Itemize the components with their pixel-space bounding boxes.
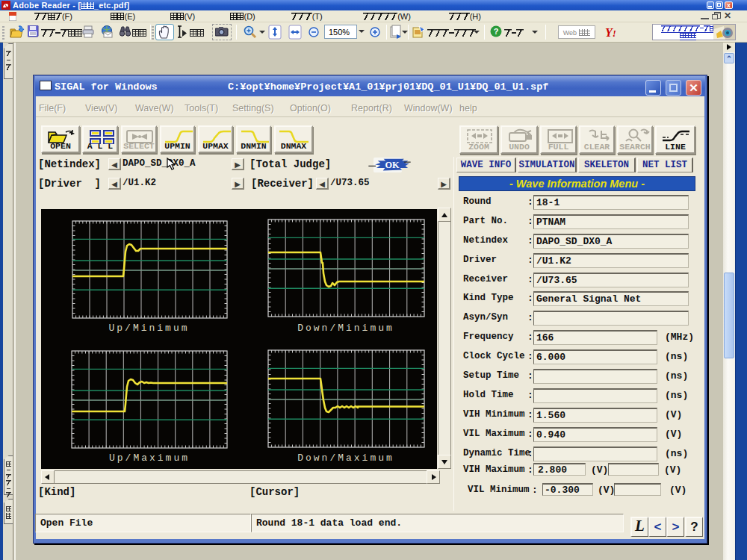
svg-text:Up/Maximum: Up/Maximum <box>109 452 190 464</box>
svg-text:Down/Maximum: Down/Maximum <box>297 452 394 464</box>
svg-text:?: ? <box>494 27 499 36</box>
svg-text:OK: OK <box>385 160 400 170</box>
svg-text:Up/Minimum: Up/Minimum <box>108 323 189 334</box>
svg-text:Down/Minimum: Down/Minimum <box>297 323 394 334</box>
